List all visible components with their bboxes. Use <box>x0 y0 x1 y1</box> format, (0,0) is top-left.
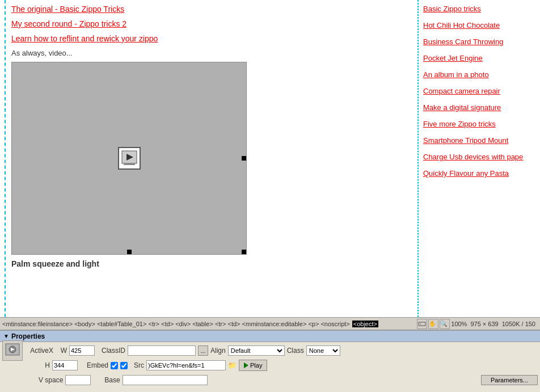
as-always-text: As always, video... <box>11 49 412 57</box>
class-id-label: ClassID <box>97 347 125 355</box>
class-select[interactable]: None <box>306 345 340 356</box>
activex-icon <box>2 340 23 361</box>
base-label: Base <box>104 376 120 384</box>
status-selected-tag[interactable]: <object> <box>352 321 378 327</box>
properties-arrow: ▼ <box>3 333 9 339</box>
embed-checkbox[interactable] <box>111 362 118 369</box>
svg-rect-2 <box>124 163 135 165</box>
prop-row-1: ActiveX W ClassID ... Align Default Clas… <box>2 344 538 357</box>
link-zippo-2[interactable]: My second round - Zippo tricks 2 <box>11 19 412 28</box>
w-input[interactable] <box>69 345 95 356</box>
status-dimensions: 975 × 639 <box>470 321 498 327</box>
class-label: Class <box>287 347 304 355</box>
embed-checkbox2[interactable] <box>120 362 128 369</box>
align-select[interactable]: Default <box>228 345 285 356</box>
right-link-9[interactable]: Charge Usb devices with pape <box>423 153 535 161</box>
resize-handle-bm[interactable] <box>127 250 132 254</box>
align-label: Align <box>210 347 226 355</box>
play-button[interactable]: Play <box>239 360 267 371</box>
class-id-input[interactable] <box>128 345 196 356</box>
right-link-10[interactable]: Quickly Flavour any Pasta <box>423 169 535 178</box>
h-input[interactable] <box>52 360 78 370</box>
src-label: Src <box>130 361 144 369</box>
w-label: W <box>56 347 67 355</box>
status-icon-magnify[interactable]: 🔍 <box>440 319 450 329</box>
play-triangle-icon <box>244 363 248 368</box>
video-caption: Palm squeeze and light <box>11 259 412 268</box>
right-link-5[interactable]: Compact camera repair <box>423 87 535 95</box>
vspace-input[interactable] <box>65 375 91 385</box>
resize-handle-br[interactable] <box>242 250 246 254</box>
main-wrapper: The original - Basic Zippo Tricks My sec… <box>0 0 540 392</box>
prop-row-3: V space Base Parameters... <box>2 374 538 386</box>
right-link-8[interactable]: Smartphone Tripod Mount <box>423 136 535 145</box>
properties-body: ActiveX W ClassID ... Align Default Clas… <box>0 342 540 389</box>
active-x-label: ActiveX <box>25 347 53 355</box>
properties-header: ▼ Properties <box>0 331 540 342</box>
properties-panel: ▼ Properties ActiveX W <box>0 330 540 392</box>
prop-row-2: H Embed Src 📁 Play <box>2 359 538 372</box>
parameters-button[interactable]: Parameters... <box>481 375 538 385</box>
vspace-label: V space <box>39 376 63 384</box>
status-zoom: 100% <box>451 321 467 327</box>
right-link-6[interactable]: Make a digital signature <box>423 103 535 112</box>
resize-handle-mr[interactable] <box>242 156 246 161</box>
link-zippo-reflint[interactable]: Learn how to reflint and rewick your zip… <box>11 34 412 43</box>
status-filesize: 1050K / 150 <box>502 321 535 327</box>
base-input[interactable] <box>123 375 208 385</box>
play-label: Play <box>250 362 262 369</box>
link-zippo-original[interactable]: The original - Basic Zippo Tricks <box>11 5 412 14</box>
video-container <box>11 62 247 255</box>
right-link-0[interactable]: Basic Zippo tricks <box>423 5 535 13</box>
video-placeholder-icon <box>118 147 141 170</box>
right-link-3[interactable]: Pocket Jet Engine <box>423 54 535 62</box>
right-link-7[interactable]: Five more Zippo tricks <box>423 120 535 128</box>
status-icons: ✋ 🔍 100% 975 × 639 1050K / 150 <box>417 319 538 329</box>
status-icon-code[interactable] <box>417 319 427 329</box>
embed-label: Embed <box>80 361 108 369</box>
right-link-2[interactable]: Business Card Throwing <box>423 37 535 46</box>
status-icon-hand[interactable]: ✋ <box>428 319 438 329</box>
left-border <box>0 0 6 317</box>
right-link-4[interactable]: An album in a photo <box>423 70 535 79</box>
h-label: H <box>39 361 50 369</box>
right-link-1[interactable]: Hot Chili Hot Chocolate <box>423 21 535 29</box>
class-id-browse-btn[interactable]: ... <box>198 345 208 356</box>
left-panel: The original - Basic Zippo Tricks My sec… <box>6 0 418 317</box>
right-panel: Basic Zippo tricks Hot Chili Hot Chocola… <box>418 0 540 317</box>
status-tags: <mtinstance:fileinstance> <body> <table#… <box>2 321 350 327</box>
status-bar: <mtinstance:fileinstance> <body> <table#… <box>0 317 540 330</box>
content-area: The original - Basic Zippo Tricks My sec… <box>0 0 540 317</box>
folder-icon[interactable]: 📁 <box>228 361 237 369</box>
src-input[interactable] <box>146 360 226 370</box>
properties-title: Properties <box>11 332 45 340</box>
svg-rect-3 <box>419 322 425 326</box>
